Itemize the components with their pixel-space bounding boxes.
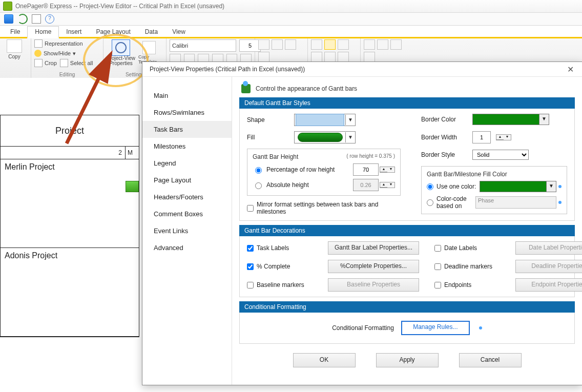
text-d-button[interactable] xyxy=(364,52,375,62)
manage-rules-button[interactable]: Manage Rules... xyxy=(401,321,470,335)
dialog-nav: Main Rows/Swimlanes Task Bars Milestones… xyxy=(142,77,232,385)
show-hide-label: Show/Hide xyxy=(44,50,71,56)
menu-page-layout[interactable]: Page Layout xyxy=(89,27,137,37)
nav-main[interactable]: Main xyxy=(142,87,232,104)
new-doc-icon[interactable] xyxy=(32,14,41,24)
shape-combo[interactable]: ▼ xyxy=(294,114,356,126)
help-icon[interactable]: ? xyxy=(45,14,54,24)
copy-button[interactable]: Copy xyxy=(3,39,26,59)
nav-milestones[interactable]: Milestones xyxy=(142,138,232,155)
conditional-formatting-label: Conditional Formatting xyxy=(332,324,394,332)
shape-swatch xyxy=(296,114,344,126)
menu-data[interactable]: Data xyxy=(138,27,165,37)
gbh-absolute-input xyxy=(353,179,379,191)
cancel-button[interactable]: Cancel xyxy=(459,353,522,367)
info-dot-icon xyxy=(558,185,562,188)
nav-rows-swimlanes[interactable]: Rows/Swimlanes xyxy=(142,104,232,121)
project-view-properties-button[interactable]: Project-View Properties xyxy=(107,39,135,66)
align-right-button[interactable] xyxy=(338,39,349,50)
border-width-input[interactable] xyxy=(472,131,491,143)
text-b-button[interactable] xyxy=(377,39,388,50)
gantt-bar-label-properties-button[interactable]: Gantt Bar Label Properties... xyxy=(328,241,419,255)
border-width-label: Border Width xyxy=(421,134,467,141)
shape-button[interactable] xyxy=(285,39,296,50)
gbh-hint: ( row height = 0.375 ) xyxy=(346,153,395,160)
chevron-down-icon: ▼ xyxy=(345,115,355,125)
fill-swatch xyxy=(295,132,345,143)
nav-page-layout[interactable]: Page Layout xyxy=(142,172,232,189)
sheet: Project 2M Merlin Project Adonis Project xyxy=(0,115,139,337)
use-one-color-radio[interactable]: Use one color: xyxy=(427,183,476,190)
sheet-row-1: Merlin Project xyxy=(1,159,139,248)
close-icon[interactable]: ✕ xyxy=(563,65,578,74)
menubar: File Home Insert Page Layout Data View xyxy=(0,26,582,38)
menu-view[interactable]: View xyxy=(165,27,193,37)
sheet-row-2: Adonis Project xyxy=(1,248,139,337)
section-conditional-formatting-title: Conditional Formatting xyxy=(239,301,575,313)
deadline-markers-checkbox[interactable]: Deadline markers xyxy=(434,263,511,270)
menu-home[interactable]: Home xyxy=(27,26,59,38)
project-view-properties-dialog: Project-View Properties (Critical Path i… xyxy=(142,61,582,385)
fill-button[interactable] xyxy=(258,39,269,50)
date-label-properties-button: Date Label Properties... xyxy=(515,241,582,255)
ok-button[interactable]: OK xyxy=(293,353,356,367)
gantt-bar-height-group: Gantt Bar Height ( row height = 0.375 ) … xyxy=(247,149,401,196)
show-hide-button[interactable]: Show/Hide ▾ xyxy=(34,50,100,57)
text-c-button[interactable] xyxy=(390,39,402,50)
nav-legend[interactable]: Legend xyxy=(142,155,232,172)
spin-buttons[interactable]: ▲▼ xyxy=(496,134,511,140)
endpoint-properties-button: Endpoint Properties... xyxy=(515,278,582,292)
fill-combo[interactable]: ▼ xyxy=(294,131,356,143)
representation-button[interactable]: Representation xyxy=(34,39,100,48)
nav-task-bars[interactable]: Task Bars xyxy=(142,121,232,138)
date-labels-checkbox[interactable]: Date Labels xyxy=(434,244,511,252)
gbh-percentage-input[interactable] xyxy=(353,163,379,176)
align-top-button[interactable] xyxy=(311,52,322,62)
nav-comment-boxes[interactable]: Comment Boxes xyxy=(142,205,232,222)
spin-buttons[interactable]: ▲▼ xyxy=(380,167,395,173)
app-icon xyxy=(3,2,12,11)
apply-button[interactable]: Apply xyxy=(376,353,439,367)
align-bottom-button[interactable] xyxy=(338,52,349,62)
gbh-title: Gantt Bar Height xyxy=(253,153,298,160)
menu-file[interactable]: File xyxy=(3,27,27,37)
task-labels-checkbox[interactable]: Task Labels xyxy=(247,244,324,252)
border-color-combo[interactable]: ▼ xyxy=(472,114,549,125)
fill-color-title: Gantt Bar/Milestone Fill Color xyxy=(427,171,562,178)
section-decorations-title: Gantt Bar Decorations xyxy=(239,225,575,236)
align-center-button[interactable] xyxy=(324,39,336,50)
row1-label: Merlin Project xyxy=(5,162,55,171)
border-color-label: Border Color xyxy=(421,116,467,123)
color-code-radio[interactable]: Color-code based on xyxy=(427,195,475,210)
border-button[interactable] xyxy=(272,39,283,50)
gantt-bar-icon xyxy=(126,181,139,192)
refresh-icon[interactable] xyxy=(17,14,28,24)
baseline-markers-checkbox[interactable]: Baseline markers xyxy=(247,281,324,288)
mirror-checkbox[interactable]: Mirror format settings between task bars… xyxy=(247,201,401,215)
gbh-absolute-radio[interactable]: Absolute height xyxy=(253,181,309,189)
align-left-button[interactable] xyxy=(311,39,322,50)
nav-headers-footers[interactable]: Headers/Footers xyxy=(142,189,232,205)
crop-button[interactable]: Crop xyxy=(34,59,57,67)
one-color-combo[interactable]: ▼ xyxy=(480,181,556,192)
dialog-pane: Control the appearance of Gantt bars Def… xyxy=(232,77,582,385)
save-icon[interactable] xyxy=(4,14,13,24)
percent-complete-properties-button[interactable]: %Complete Properties... xyxy=(328,260,419,273)
style-button[interactable] xyxy=(258,52,269,62)
gbh-percentage-radio[interactable]: Percentage of row height xyxy=(253,166,335,174)
representation-icon xyxy=(34,39,43,48)
nav-event-links[interactable]: Event Links xyxy=(142,222,232,239)
percent-complete-checkbox[interactable]: % Complete xyxy=(247,263,324,270)
titlebar: OnePager® Express -- Project-View Editor… xyxy=(0,0,582,13)
font-family-combo[interactable] xyxy=(170,39,236,52)
nav-advanced[interactable]: Advanced xyxy=(142,239,232,256)
spin-buttons: ▲▼ xyxy=(380,182,395,188)
align-middle-button[interactable] xyxy=(324,52,336,62)
menu-insert[interactable]: Insert xyxy=(59,27,89,37)
project-view-properties-icon xyxy=(112,39,130,56)
text-a-button[interactable] xyxy=(364,39,375,50)
pane-header: Control the appearance of Gantt bars xyxy=(239,84,575,93)
border-style-select[interactable]: Solid xyxy=(472,150,529,160)
endpoints-checkbox[interactable]: Endpoints xyxy=(434,281,511,288)
select-all-button[interactable]: Select all xyxy=(60,59,93,67)
